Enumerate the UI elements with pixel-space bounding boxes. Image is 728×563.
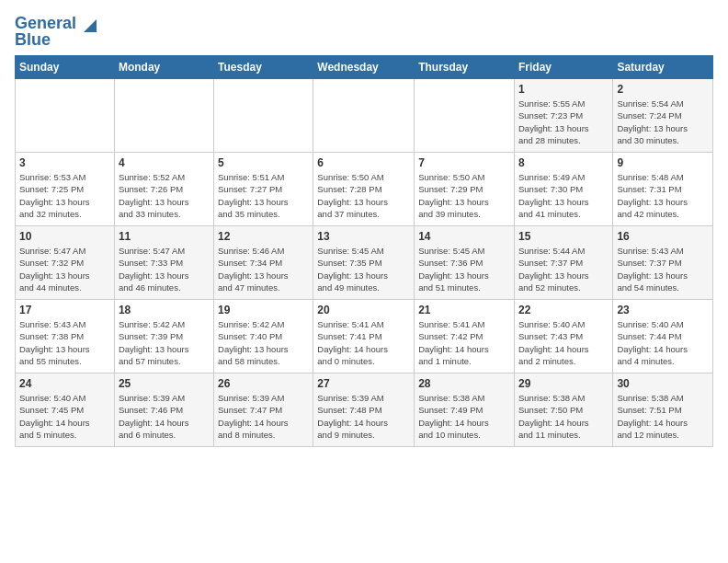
day-number: 14 — [418, 230, 510, 243]
day-number: 16 — [617, 230, 709, 243]
day-number: 17 — [19, 304, 110, 316]
day-number: 22 — [518, 304, 609, 316]
calendar-cell: 23Sunrise: 5:40 AM Sunset: 7:44 PM Dayli… — [613, 300, 713, 373]
day-info: Sunrise: 5:53 AM Sunset: 7:25 PM Dayligh… — [19, 171, 110, 220]
calendar-cell: 18Sunrise: 5:42 AM Sunset: 7:39 PM Dayli… — [114, 300, 213, 373]
day-info: Sunrise: 5:45 AM Sunset: 7:35 PM Dayligh… — [317, 245, 410, 293]
day-number: 7 — [418, 156, 510, 169]
calendar-cell: 21Sunrise: 5:41 AM Sunset: 7:42 PM Dayli… — [415, 300, 515, 373]
day-info: Sunrise: 5:41 AM Sunset: 7:41 PM Dayligh… — [317, 318, 410, 367]
day-number: 21 — [418, 304, 510, 316]
calendar-cell: 13Sunrise: 5:45 AM Sunset: 7:35 PM Dayli… — [313, 226, 415, 300]
day-number: 29 — [518, 377, 609, 390]
day-info: Sunrise: 5:38 AM Sunset: 7:51 PM Dayligh… — [617, 392, 709, 441]
day-info: Sunrise: 5:43 AM Sunset: 7:37 PM Dayligh… — [617, 245, 709, 293]
weekday-header-saturday: Saturday — [613, 56, 713, 79]
calendar-cell: 20Sunrise: 5:41 AM Sunset: 7:41 PM Dayli… — [313, 300, 415, 373]
weekday-header-friday: Friday — [514, 56, 612, 79]
calendar-table: SundayMondayTuesdayWednesdayThursdayFrid… — [15, 55, 713, 447]
calendar-cell: 8Sunrise: 5:49 AM Sunset: 7:30 PM Daylig… — [514, 153, 612, 226]
calendar-cell — [114, 79, 213, 153]
calendar-cell: 11Sunrise: 5:47 AM Sunset: 7:33 PM Dayli… — [114, 226, 213, 300]
day-number: 2 — [617, 83, 709, 96]
day-info: Sunrise: 5:42 AM Sunset: 7:40 PM Dayligh… — [218, 318, 309, 367]
day-number: 10 — [19, 230, 110, 243]
logo-text: GeneralBlue — [15, 15, 76, 48]
day-number: 4 — [119, 156, 210, 169]
day-number: 25 — [119, 377, 210, 390]
day-number: 5 — [218, 156, 309, 169]
day-info: Sunrise: 5:50 AM Sunset: 7:29 PM Dayligh… — [418, 171, 510, 220]
calendar-cell: 5Sunrise: 5:51 AM Sunset: 7:27 PM Daylig… — [214, 153, 313, 226]
calendar-cell — [415, 79, 515, 153]
weekday-header-thursday: Thursday — [415, 56, 515, 79]
day-info: Sunrise: 5:39 AM Sunset: 7:48 PM Dayligh… — [317, 392, 410, 441]
calendar-cell: 19Sunrise: 5:42 AM Sunset: 7:40 PM Dayli… — [214, 300, 313, 373]
calendar-cell — [16, 79, 115, 153]
calendar-cell — [313, 79, 415, 153]
calendar-cell: 1Sunrise: 5:55 AM Sunset: 7:23 PM Daylig… — [514, 79, 612, 153]
calendar-cell: 3Sunrise: 5:53 AM Sunset: 7:25 PM Daylig… — [16, 153, 115, 226]
calendar-cell: 22Sunrise: 5:40 AM Sunset: 7:43 PM Dayli… — [514, 300, 612, 373]
day-info: Sunrise: 5:55 AM Sunset: 7:23 PM Dayligh… — [518, 98, 609, 146]
day-info: Sunrise: 5:38 AM Sunset: 7:49 PM Dayligh… — [418, 392, 510, 441]
day-number: 1 — [518, 83, 609, 96]
day-number: 12 — [218, 230, 309, 243]
day-number: 18 — [119, 304, 210, 316]
calendar-week-row: 17Sunrise: 5:43 AM Sunset: 7:38 PM Dayli… — [16, 300, 713, 373]
calendar-cell: 25Sunrise: 5:39 AM Sunset: 7:46 PM Dayli… — [114, 373, 213, 447]
svg-marker-0 — [84, 19, 97, 32]
calendar-cell: 29Sunrise: 5:38 AM Sunset: 7:50 PM Dayli… — [514, 373, 612, 447]
calendar-week-row: 10Sunrise: 5:47 AM Sunset: 7:32 PM Dayli… — [16, 226, 713, 300]
calendar-cell: 9Sunrise: 5:48 AM Sunset: 7:31 PM Daylig… — [613, 153, 713, 226]
day-info: Sunrise: 5:40 AM Sunset: 7:45 PM Dayligh… — [19, 392, 110, 441]
calendar-cell: 15Sunrise: 5:44 AM Sunset: 7:37 PM Dayli… — [514, 226, 612, 300]
day-number: 11 — [119, 230, 210, 243]
day-info: Sunrise: 5:54 AM Sunset: 7:24 PM Dayligh… — [617, 98, 709, 146]
weekday-header-sunday: Sunday — [16, 56, 115, 79]
logo: GeneralBlue — [15, 15, 100, 48]
day-info: Sunrise: 5:41 AM Sunset: 7:42 PM Dayligh… — [418, 318, 510, 367]
day-number: 15 — [518, 230, 609, 243]
calendar-cell: 16Sunrise: 5:43 AM Sunset: 7:37 PM Dayli… — [613, 226, 713, 300]
day-info: Sunrise: 5:50 AM Sunset: 7:28 PM Dayligh… — [317, 171, 410, 220]
day-info: Sunrise: 5:48 AM Sunset: 7:31 PM Dayligh… — [617, 171, 709, 220]
day-number: 28 — [418, 377, 510, 390]
calendar-week-row: 24Sunrise: 5:40 AM Sunset: 7:45 PM Dayli… — [16, 373, 713, 447]
day-number: 3 — [19, 156, 110, 169]
calendar-week-row: 1Sunrise: 5:55 AM Sunset: 7:23 PM Daylig… — [16, 79, 713, 153]
weekday-header-monday: Monday — [114, 56, 213, 79]
day-number: 27 — [317, 377, 410, 390]
day-number: 8 — [518, 156, 609, 169]
calendar-cell: 6Sunrise: 5:50 AM Sunset: 7:28 PM Daylig… — [313, 153, 415, 226]
day-info: Sunrise: 5:39 AM Sunset: 7:46 PM Dayligh… — [119, 392, 210, 441]
day-number: 19 — [218, 304, 309, 316]
logo-icon — [80, 16, 100, 36]
day-info: Sunrise: 5:51 AM Sunset: 7:27 PM Dayligh… — [218, 171, 309, 220]
calendar-cell: 7Sunrise: 5:50 AM Sunset: 7:29 PM Daylig… — [415, 153, 515, 226]
day-info: Sunrise: 5:42 AM Sunset: 7:39 PM Dayligh… — [119, 318, 210, 367]
calendar-week-row: 3Sunrise: 5:53 AM Sunset: 7:25 PM Daylig… — [16, 153, 713, 226]
day-number: 20 — [317, 304, 410, 316]
day-number: 24 — [19, 377, 110, 390]
day-info: Sunrise: 5:52 AM Sunset: 7:26 PM Dayligh… — [119, 171, 210, 220]
calendar-cell: 12Sunrise: 5:46 AM Sunset: 7:34 PM Dayli… — [214, 226, 313, 300]
day-info: Sunrise: 5:45 AM Sunset: 7:36 PM Dayligh… — [418, 245, 510, 293]
weekday-header-wednesday: Wednesday — [313, 56, 415, 79]
calendar-cell: 28Sunrise: 5:38 AM Sunset: 7:49 PM Dayli… — [415, 373, 515, 447]
day-info: Sunrise: 5:46 AM Sunset: 7:34 PM Dayligh… — [218, 245, 309, 293]
day-info: Sunrise: 5:47 AM Sunset: 7:32 PM Dayligh… — [19, 245, 110, 293]
calendar-cell: 2Sunrise: 5:54 AM Sunset: 7:24 PM Daylig… — [613, 79, 713, 153]
calendar-cell: 26Sunrise: 5:39 AM Sunset: 7:47 PM Dayli… — [214, 373, 313, 447]
calendar-cell: 27Sunrise: 5:39 AM Sunset: 7:48 PM Dayli… — [313, 373, 415, 447]
calendar-cell: 14Sunrise: 5:45 AM Sunset: 7:36 PM Dayli… — [415, 226, 515, 300]
day-info: Sunrise: 5:43 AM Sunset: 7:38 PM Dayligh… — [19, 318, 110, 367]
day-number: 13 — [317, 230, 410, 243]
calendar-cell: 24Sunrise: 5:40 AM Sunset: 7:45 PM Dayli… — [16, 373, 115, 447]
page-header: GeneralBlue — [15, 15, 713, 48]
day-number: 26 — [218, 377, 309, 390]
day-info: Sunrise: 5:38 AM Sunset: 7:50 PM Dayligh… — [518, 392, 609, 441]
calendar-cell: 4Sunrise: 5:52 AM Sunset: 7:26 PM Daylig… — [114, 153, 213, 226]
day-info: Sunrise: 5:39 AM Sunset: 7:47 PM Dayligh… — [218, 392, 309, 441]
calendar-header-row: SundayMondayTuesdayWednesdayThursdayFrid… — [16, 56, 713, 79]
